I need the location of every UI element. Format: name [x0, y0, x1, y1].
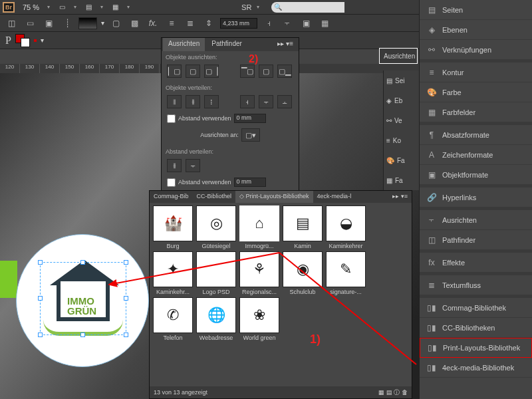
stroke-color[interactable] — [34, 39, 37, 42]
handle[interactable] — [124, 332, 128, 337]
tab-ausrichten[interactable]: Ausrichten — [163, 38, 205, 51]
library-item[interactable]: Logo PSD — [196, 251, 237, 295]
library-item[interactable]: ✦Kaminkehr... — [152, 251, 194, 295]
fill-stroke-swatch[interactable] — [15, 34, 30, 47]
library-item[interactable]: ◉Schulclub — [282, 251, 323, 295]
dist-v-icon[interactable]: ⫟ — [280, 17, 295, 29]
fill-swatch[interactable] — [78, 17, 97, 29]
library-tools[interactable]: ▦ ▤ ⓘ 🗑 — [378, 388, 408, 397]
panel-item[interactable]: ⫟Ausrichten — [420, 210, 532, 230]
spacing-field2[interactable]: 0 mm — [234, 178, 266, 187]
screen-mode-icon[interactable]: ▤ — [82, 2, 95, 13]
collapsed-item[interactable]: ◈ Eb — [384, 90, 419, 110]
panel-item[interactable]: ◈Ebenen — [420, 20, 532, 40]
lib-tab[interactable]: Commag-Bib — [150, 191, 193, 203]
panel-item[interactable]: ¶Absatzformate — [420, 125, 532, 145]
handle[interactable] — [124, 296, 128, 301]
dist-bottom-btn[interactable]: ⫶ — [204, 95, 219, 108]
panel-item[interactable]: 🎨Farbe — [420, 82, 532, 102]
dist-hcenter-btn[interactable]: ⫟ — [259, 95, 273, 108]
dimension-field[interactable]: 4,233 mm — [220, 18, 257, 29]
dist-vcenter-btn[interactable]: ⫵ — [186, 95, 200, 108]
align-top-btn[interactable]: ▔▢ — [240, 65, 255, 78]
align-to-selector[interactable]: ▢▾ — [241, 128, 260, 142]
library-item[interactable]: ✆Telefon — [152, 297, 194, 341]
panel-item[interactable]: AZeichenformate — [420, 145, 532, 165]
library-item[interactable]: ⌂Immogrü... — [239, 205, 280, 249]
lib-tab[interactable]: CC-Bibliothel — [193, 191, 236, 203]
frame-fit-icon[interactable]: ▣ — [299, 17, 313, 29]
lib-tab-active[interactable]: ◇ Print-Layouts-Bibliothek — [235, 191, 313, 203]
placed-logo[interactable]: IMMO GRÜN — [16, 234, 149, 367]
align-left-btn[interactable]: ▏▢ — [167, 65, 182, 78]
panel-menu-icon[interactable]: ▸▸ ▾≡ — [272, 38, 299, 51]
panel-item[interactable]: ▯▮CC-Bibliotheken — [420, 318, 532, 338]
panel-item[interactable]: ≣Textumfluss — [420, 275, 532, 295]
library-item[interactable]: 🏰Burg — [152, 205, 194, 249]
collapsed-item[interactable]: ▤ Sei — [384, 70, 419, 90]
library-item[interactable]: 🌐Webadresse — [196, 297, 237, 341]
bridge-icon[interactable]: Br — [3, 2, 15, 13]
panel-item[interactable]: ▯▮Commag-Bibliothek — [420, 298, 532, 318]
dist-h-icon[interactable]: ⫞ — [261, 17, 276, 29]
collapsed-item[interactable]: ⚯ Ve — [384, 110, 419, 130]
selection-icon[interactable]: ▭ — [23, 17, 37, 29]
handle[interactable] — [38, 260, 43, 265]
align-hcenter-btn[interactable]: ▢ — [186, 65, 200, 78]
arrange-icon[interactable]: ▦ — [108, 2, 122, 13]
handle[interactable] — [38, 332, 43, 337]
space-v-btn[interactable]: ⫵ — [167, 159, 182, 172]
lib-tab[interactable]: 4eck-media-l — [313, 191, 356, 203]
frame-fill-icon[interactable]: ▦ — [317, 17, 332, 29]
panel-item[interactable]: ⚯Verknüpfungen — [420, 40, 532, 60]
view-mode-icon[interactable]: ▭ — [55, 2, 68, 13]
tool-page[interactable]: P — [5, 35, 11, 47]
panel-item[interactable]: ▣Objektformate — [420, 165, 532, 185]
tab-pathfinder[interactable]: Pathfinder — [206, 38, 247, 51]
panel-item[interactable]: ▯▮4eck-media-Bibliothek — [420, 358, 532, 378]
library-item[interactable]: ◎Gütesiegel — [196, 205, 237, 249]
panel-item[interactable]: ▦Farbfelder — [420, 102, 532, 122]
space-h-btn[interactable]: ⫟ — [186, 159, 200, 172]
handle[interactable] — [80, 260, 85, 265]
align-left-icon[interactable]: ≡ — [164, 17, 179, 29]
handle[interactable] — [38, 296, 43, 301]
handle[interactable] — [80, 332, 85, 337]
panel-item[interactable]: ≡Kontur — [420, 63, 532, 82]
search-input[interactable]: 🔍 — [271, 2, 344, 13]
collapsed-item[interactable]: ▦ Fa — [384, 170, 419, 190]
dist-top-btn[interactable]: ⫴ — [167, 95, 182, 108]
height-icon[interactable]: ⇕ — [201, 17, 216, 29]
panel-item[interactable]: 🔗Hyperlinks — [420, 188, 532, 207]
spacing-field[interactable]: 0 mm — [234, 114, 266, 123]
use-spacing-chk2[interactable] — [167, 178, 176, 187]
library-item[interactable]: ◒Kaminkehrer — [325, 205, 366, 249]
panel-item[interactable]: fxEffekte — [420, 253, 532, 273]
handle[interactable] — [124, 260, 128, 265]
panel-item[interactable]: ▯▮Print-Layouts-Bibliothek — [420, 338, 532, 358]
dist-left-btn[interactable]: ⫞ — [240, 95, 255, 108]
image-box-icon[interactable]: ▩ — [127, 17, 142, 29]
panel-menu-icon[interactable]: ▸▸ ▾≡ — [388, 191, 412, 203]
align-bottom-btn[interactable]: ▢▁ — [277, 65, 292, 78]
panel-item[interactable]: ▤Seiten — [420, 0, 532, 20]
chevron-down-icon[interactable]: ▾ — [47, 4, 50, 10]
collapsed-item[interactable]: ≡ Ko — [384, 130, 419, 150]
fx-icon[interactable]: fx. — [146, 17, 160, 29]
library-item[interactable]: ▤Kamin — [282, 205, 323, 249]
library-item[interactable]: ✎signature-... — [325, 251, 366, 295]
box-icon[interactable]: ▢ — [108, 17, 123, 29]
panel-item[interactable]: ◫Pathfinder — [420, 230, 532, 250]
dist-right-btn[interactable]: ⫠ — [277, 95, 292, 108]
library-item[interactable]: ❀World green — [239, 297, 280, 341]
use-spacing-chk[interactable] — [167, 114, 176, 123]
library-item[interactable]: ⚘Regionalsc... — [239, 251, 280, 295]
group-icon[interactable]: ▣ — [41, 17, 56, 29]
align-vcenter-btn[interactable]: ▢ — [259, 65, 273, 78]
align-center-icon[interactable]: ≣ — [183, 17, 198, 29]
dash-icon[interactable]: ┊ — [60, 17, 74, 29]
collapsed-item[interactable]: 🎨 Fa — [384, 150, 419, 170]
anchor-icon[interactable]: ◫ — [4, 17, 19, 29]
align-panel-tab-boxed[interactable]: Ausrichten — [379, 48, 418, 64]
selection-box[interactable] — [40, 262, 126, 335]
